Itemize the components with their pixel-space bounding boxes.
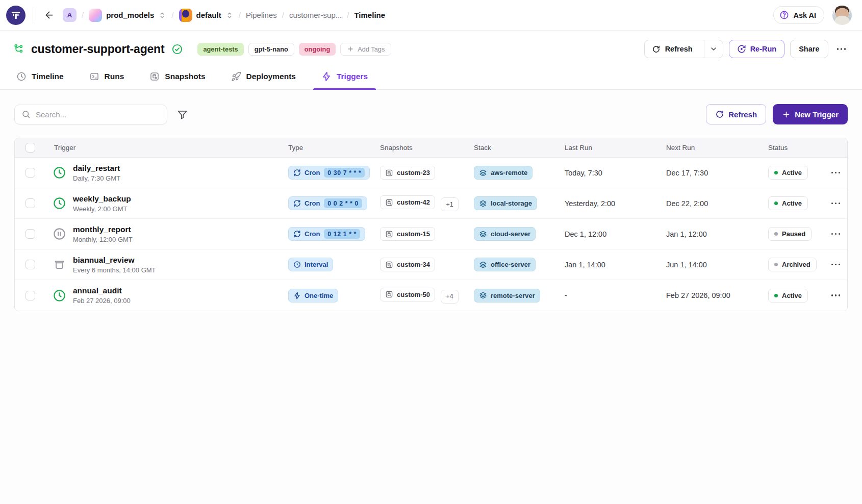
refresh-icon [652,45,661,54]
snapshot-icon [385,230,393,238]
trigger-state-icon [53,289,66,303]
stack-badge[interactable]: aws-remote [474,166,533,180]
triggers-toolbar: Refresh New Trigger [0,90,862,124]
status-label: Active [782,169,802,177]
snapshot-icon [385,169,393,177]
stack-badge[interactable]: cloud-server [474,227,536,241]
trigger-name[interactable]: daily_restart [73,164,120,173]
trigger-name[interactable]: biannual_review [73,256,156,265]
rerun-button[interactable]: Re-Run [729,40,785,58]
row-checkbox[interactable] [26,198,35,208]
tag-gpt-5-nano[interactable]: gpt-5-nano [248,43,294,56]
cron-icon [293,169,301,177]
top-bar: A / prod_models / default / Pipelines / … [0,0,862,31]
cron-icon [293,230,301,238]
breadcrumb-project[interactable]: prod_models [89,9,166,22]
trigger-name[interactable]: weekly_backup [73,194,131,204]
next-run-value: Dec 17, 7:30 [666,169,768,177]
trigger-name[interactable]: annual_audit [73,286,131,295]
table-row[interactable]: biannual_review Every 6 months, 14:00 GM… [15,249,847,280]
row-checkbox[interactable] [26,260,35,269]
zenml-logo[interactable] [6,6,26,25]
row-actions-button[interactable] [828,169,844,177]
triggers-table: Trigger Type Snapshots Stack Last Run Ne… [14,138,848,311]
trigger-state-icon [53,258,66,271]
table-row[interactable]: annual_audit Feb 27 2026, 09:00 One-time… [15,280,847,311]
refresh-triggers-button[interactable]: Refresh [706,104,766,124]
ask-ai-button[interactable]: Ask AI [773,6,824,24]
stack-badge[interactable]: remote-server [474,289,540,303]
search-input[interactable] [36,110,160,119]
trigger-name[interactable]: monthly_report [73,225,133,234]
row-checkbox[interactable] [26,291,35,300]
user-avatar[interactable] [832,6,852,25]
row-checkbox[interactable] [26,168,35,178]
stack-name: office-server [491,261,530,268]
snapshot-badge[interactable]: custom-50 [380,288,435,301]
tab-timeline[interactable]: Timeline [15,66,65,89]
trigger-schedule: Feb 27 2026, 09:00 [73,297,131,305]
breadcrumb-pipeline[interactable]: customer-sup... [289,11,342,19]
search-box[interactable] [14,105,167,124]
status-dot [774,294,778,297]
snapshot-extra-badge[interactable]: +4 [441,290,458,304]
row-actions-button[interactable] [828,230,844,238]
project-switcher-icon[interactable] [158,11,166,19]
column-header-status: Status [768,144,824,152]
table-row[interactable]: monthly_report Monthly, 12:00 GMT Cron 0… [15,219,847,249]
table-row[interactable]: daily_restart Daily, 7:30 GMT Cron 0 30 … [15,158,847,188]
stack-name: remote-server [491,292,535,299]
tab-deployments[interactable]: Deployments [230,66,297,89]
tag-ongoing[interactable]: ongoing [299,43,336,56]
refresh-dropdown-button[interactable] [704,40,723,58]
stack-name: local-storage [491,199,532,207]
filter-icon[interactable] [176,109,188,120]
tab-snapshots[interactable]: Snapshots [148,66,206,89]
workspace-badge[interactable]: A [63,8,77,22]
snapshot-badge[interactable]: custom-34 [380,258,435,271]
row-checkbox[interactable] [26,229,35,239]
tab-runs[interactable]: Runs [88,66,125,89]
snapshot-name: custom-15 [397,230,430,238]
environment-switcher-icon[interactable] [225,11,234,19]
snapshot-badge[interactable]: custom-42 [380,195,435,209]
column-header-snapshots: Snapshots [380,144,474,152]
add-tags-button[interactable]: Add Tags [340,43,391,56]
tab-triggers[interactable]: Triggers [320,66,369,89]
row-actions-button[interactable] [828,261,844,269]
cron-icon [293,199,301,207]
last-run-value: Yesterday, 2:00 [565,199,666,208]
snapshot-badge[interactable]: custom-15 [380,227,435,241]
breadcrumb-pipelines[interactable]: Pipelines [246,11,277,19]
breadcrumb-environment[interactable]: default [179,9,234,22]
back-button[interactable] [40,7,58,24]
column-header-stack: Stack [474,144,565,152]
more-options-button[interactable] [834,45,849,53]
status-badge: Paused [768,227,812,241]
type-badge: Interval [288,258,333,271]
type-label: One-time [305,292,333,299]
trigger-state-icon [53,166,66,180]
status-label: Active [782,292,802,299]
layers-icon [479,199,487,208]
snapshot-icon [385,290,393,298]
last-run-value: Jan 1, 14:00 [565,261,666,269]
snapshot-name: custom-23 [397,169,430,177]
column-header-next-run: Next Run [666,144,768,152]
stack-badge[interactable]: office-server [474,258,536,271]
share-button[interactable]: Share [790,40,828,58]
snapshot-badge[interactable]: custom-23 [380,166,435,180]
stack-badge[interactable]: local-storage [474,196,537,210]
new-trigger-button[interactable]: New Trigger [773,104,848,124]
chevron-down-icon [709,45,718,53]
row-actions-button[interactable] [828,291,844,299]
select-all-checkbox[interactable] [26,143,35,153]
table-header-row: Trigger Type Snapshots Stack Last Run Ne… [15,138,847,158]
row-actions-button[interactable] [828,199,844,208]
tag-agent-tests[interactable]: agent-tests [197,43,243,56]
snapshot-extra-badge[interactable]: +1 [441,197,458,211]
refresh-button[interactable]: Refresh [645,40,700,58]
snapshot-icon [149,71,160,82]
rocket-icon [231,71,241,82]
table-row[interactable]: weekly_backup Weekly, 2:00 GMT Cron 0 0 … [15,188,847,219]
